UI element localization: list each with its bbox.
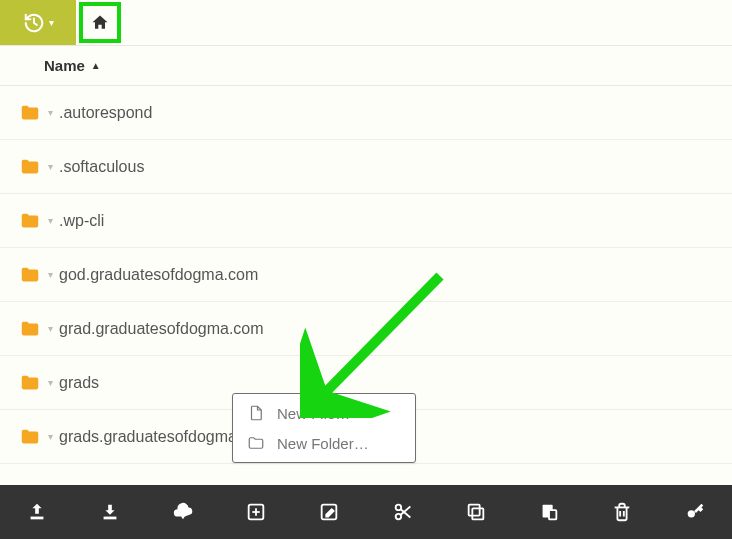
folder-name: .wp-cli <box>59 212 104 230</box>
column-label: Name <box>44 57 85 74</box>
download-button[interactable] <box>73 501 146 523</box>
folder-row[interactable]: ▾ grad.graduatesofdogma.com <box>0 302 732 356</box>
folder-name: grad.graduatesofdogma.com <box>59 320 264 338</box>
svg-rect-1 <box>30 517 43 520</box>
svg-point-8 <box>395 505 401 511</box>
folder-row[interactable]: ▾ god.graduatesofdogma.com <box>0 248 732 302</box>
paste-icon <box>538 501 560 523</box>
folder-icon <box>16 426 44 448</box>
svg-rect-12 <box>468 505 479 516</box>
cloud-download-icon <box>172 501 194 523</box>
file-icon <box>247 404 265 422</box>
home-button[interactable] <box>79 2 121 43</box>
plus-square-icon <box>245 501 267 523</box>
svg-rect-11 <box>472 508 483 519</box>
folder-icon <box>16 372 44 394</box>
cloud-download-button[interactable] <box>146 501 219 523</box>
scissors-icon <box>392 501 414 523</box>
row-caret-icon[interactable]: ▾ <box>48 269 53 280</box>
folder-icon <box>16 264 44 286</box>
folder-row[interactable]: ▾ .wp-cli <box>0 194 732 248</box>
row-caret-icon[interactable]: ▾ <box>48 323 53 334</box>
trash-icon <box>611 501 633 523</box>
svg-rect-2 <box>103 517 116 520</box>
folder-icon <box>16 102 44 124</box>
folder-row[interactable]: ▾ .softaculous <box>0 140 732 194</box>
copy-button[interactable] <box>439 501 512 523</box>
download-icon <box>99 501 121 523</box>
row-caret-icon[interactable]: ▾ <box>48 161 53 172</box>
context-menu: New File… New Folder… <box>232 393 416 463</box>
folder-name: .softaculous <box>59 158 144 176</box>
permissions-button[interactable] <box>659 501 732 523</box>
key-icon <box>684 501 706 523</box>
copy-icon <box>465 501 487 523</box>
history-button[interactable]: ▾ <box>0 0 76 45</box>
top-bar: ▾ <box>0 0 732 46</box>
context-new-folder[interactable]: New Folder… <box>233 428 415 458</box>
new-button[interactable] <box>220 501 293 523</box>
folder-row[interactable]: ▾ .autorespond <box>0 86 732 140</box>
folder-icon <box>16 156 44 178</box>
row-caret-icon[interactable]: ▾ <box>48 377 53 388</box>
svg-rect-14 <box>549 510 556 519</box>
svg-point-15 <box>688 510 695 517</box>
cut-button[interactable] <box>366 501 439 523</box>
home-icon <box>90 13 110 33</box>
folder-name: grads <box>59 374 99 392</box>
row-caret-icon[interactable]: ▾ <box>48 431 53 442</box>
delete-button[interactable] <box>586 501 659 523</box>
paste-button[interactable] <box>512 501 585 523</box>
bottom-toolbar <box>0 485 732 539</box>
row-caret-icon[interactable]: ▾ <box>48 215 53 226</box>
edit-button[interactable] <box>293 501 366 523</box>
upload-button[interactable] <box>0 501 73 523</box>
edit-icon <box>318 501 340 523</box>
folder-outline-icon <box>247 434 265 452</box>
context-new-file[interactable]: New File… <box>233 398 415 428</box>
svg-point-7 <box>395 514 401 520</box>
dropdown-caret-icon: ▾ <box>49 17 54 28</box>
column-header-name[interactable]: Name ▲ <box>0 46 732 86</box>
folder-name: .autorespond <box>59 104 152 122</box>
context-label: New Folder… <box>277 435 369 452</box>
upload-icon <box>26 501 48 523</box>
folder-name: god.graduatesofdogma.com <box>59 266 258 284</box>
sort-ascending-icon: ▲ <box>91 60 101 71</box>
row-caret-icon[interactable]: ▾ <box>48 107 53 118</box>
folder-icon <box>16 210 44 232</box>
context-label: New File… <box>277 405 350 422</box>
history-icon <box>23 12 45 34</box>
folder-icon <box>16 318 44 340</box>
